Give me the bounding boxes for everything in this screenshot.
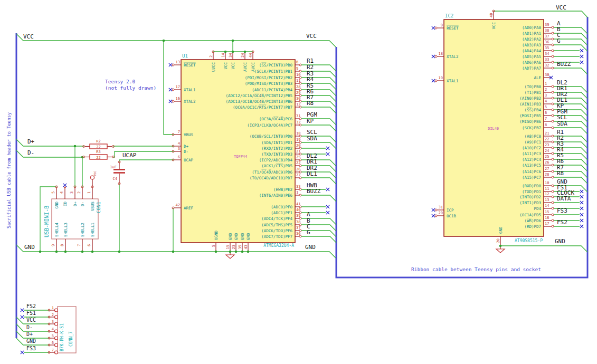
net-label[interactable]: FS3 [26, 346, 36, 351]
wire[interactable] [16, 150, 84, 157]
wire[interactable] [494, 11, 587, 17]
pin-terminal-dot [552, 170, 554, 173]
wire[interactable] [554, 68, 587, 74]
connector-reference[interactable]: CON1 [96, 202, 101, 213]
wire[interactable] [119, 160, 174, 162]
wire-junction-dot [241, 251, 244, 253]
pin-conn7-5[interactable]: 5 [49, 334, 58, 340]
net-label[interactable]: GND [305, 244, 316, 251]
resistor-reference[interactable]: R2 [96, 139, 100, 143]
net-label[interactable]: R8 [557, 170, 564, 177]
net-label[interactable]: D- [26, 324, 33, 330]
chip-reference[interactable]: U1 [182, 53, 188, 59]
capacitor-value[interactable]: 1uF [110, 165, 117, 169]
net-label[interactable]: FS3 [557, 207, 567, 214]
net-label[interactable]: VCC [556, 4, 566, 11]
chip-value[interactable]: AT90S8515-P [515, 238, 543, 243]
resistor-value[interactable]: 22 [96, 156, 100, 160]
wire[interactable] [16, 34, 336, 47]
chip-value[interactable]: ATMEGA32U4-A [263, 243, 294, 248]
vcc-symbol-label[interactable]: VCC [93, 171, 97, 176]
pin-conn7-4[interactable]: 4 [49, 327, 58, 333]
net-label[interactable]: DATA [557, 195, 571, 202]
wire[interactable] [500, 246, 587, 252]
pin-name: SHELL4 [54, 222, 59, 237]
connector-reference[interactable]: CONN_7 [69, 331, 73, 347]
schematic-svg[interactable]: U1ATMEGA32U4-ATQFP448(S̅S̅/PCINT0)PB0R19… [0, 0, 597, 364]
annotation-text[interactable]: (not fully drawn) [105, 85, 156, 91]
wire[interactable] [164, 41, 174, 135]
component-u1[interactable]: U1ATMEGA32U4-ATQFP448(S̅S̅/PCINT0)PB0R19… [169, 52, 336, 252]
net-label[interactable]: D+ [27, 138, 35, 145]
pin-number: 28 [296, 85, 300, 89]
pin-name: (S̅S̅/PCINT0)PB0 [259, 62, 293, 67]
chip-reference[interactable]: IC2 [445, 13, 453, 18]
annotation-text[interactable]: Sacrificial USB cable from header to Tee… [6, 112, 12, 228]
pin-name: D+ [73, 202, 78, 207]
pin-terminal-dot [552, 225, 554, 227]
net-label[interactable]: FS1 [26, 310, 36, 316]
capacitor-reference[interactable]: C4 [113, 177, 117, 181]
connector-value[interactable]: USB-MINI-B [44, 206, 50, 237]
pin-terminal-dot [552, 127, 554, 129]
net-label[interactable]: D+ [26, 331, 33, 337]
component-r2[interactable]: R222 [84, 139, 112, 149]
wire[interactable] [16, 139, 84, 146]
connector-value[interactable]: B7K-PH-K-S1 [60, 323, 64, 351]
pin-number: 34 [229, 53, 233, 58]
wire[interactable] [301, 142, 336, 149]
chip-package[interactable]: TQFP44 [234, 155, 247, 159]
pin-number: 7 [545, 117, 547, 121]
pin-number: 19 [296, 138, 300, 142]
net-label[interactable]: GND [555, 238, 565, 245]
pin-number: 43 [244, 245, 248, 249]
pin-conn7-1[interactable]: 1 [49, 306, 58, 312]
pin-conn7-3[interactable]: 3 [49, 320, 58, 326]
net-label[interactable]: SDA [307, 135, 317, 142]
net-label[interactable]: SDA [557, 120, 567, 127]
pin-number: 9 [441, 23, 443, 27]
net-label[interactable]: KP [307, 118, 314, 124]
pin-name: (A12)PC4 [522, 157, 542, 162]
pin-terminal-dot [172, 64, 174, 66]
net-label[interactable]: FS2 [26, 303, 36, 309]
net-label[interactable]: GND [24, 244, 35, 251]
vcc-power-symbol[interactable]: VCC [91, 171, 97, 187]
pin-conn7-2[interactable]: 2 [49, 313, 58, 319]
pin-conn7-6[interactable]: 6 [49, 341, 58, 347]
pin-terminal-dot [552, 141, 554, 143]
net-label[interactable]: D- [27, 149, 34, 156]
net-label[interactable]: BUZZ [557, 61, 571, 68]
net-label[interactable]: R8 [307, 100, 314, 107]
net-label[interactable]: VCC [26, 317, 36, 323]
pin-terminal-dot [552, 196, 554, 198]
net-label[interactable]: GND [26, 338, 36, 344]
annotation-text[interactable]: Ribbon cable between Teensy pins and soc… [411, 266, 541, 272]
net-label[interactable]: BUZZ [307, 188, 321, 195]
wire[interactable] [301, 195, 336, 202]
component-c4[interactable]: 1uFC4 [110, 162, 125, 184]
net-label[interactable]: UCAP [122, 152, 137, 159]
component-r3[interactable]: R322 [84, 150, 112, 160]
resistor-reference[interactable]: R3 [96, 150, 100, 154]
net-label[interactable]: VCC [23, 33, 34, 40]
component-con1[interactable]: CON1USB-MINI-B5GND4ID3D+2D-1VBUS9SHELL48… [44, 186, 101, 252]
component-conn7[interactable]: CONN_7B7K-PH-K-S11234567 [49, 306, 76, 355]
pin-name: VCC [231, 62, 235, 70]
net-label[interactable]: G [557, 37, 561, 44]
annotation-text[interactable]: Teensy 2.0 [105, 79, 135, 84]
wire[interactable] [301, 236, 336, 243]
component-ic2[interactable]: IC2AT90S8515-PDIL4039(AD0)PA0A38(AD1)PA1… [432, 11, 587, 246]
net-label[interactable]: G [307, 229, 310, 236]
net-label[interactable]: FS2 [557, 219, 567, 226]
resistor-value[interactable]: 22 [96, 145, 100, 149]
chip-package[interactable]: DIL40 [488, 127, 499, 131]
schematic-canvas[interactable]: U1ATMEGA32U4-ATQFP448(S̅S̅/PCINT0)PB0R19… [0, 0, 597, 364]
pin-number: 1 [296, 190, 298, 195]
pin-name: (TXD)PD1 [522, 189, 541, 194]
pin-terminal-dot [299, 70, 301, 72]
wire-junction-dot [499, 245, 502, 247]
net-label[interactable]: VCC [306, 33, 317, 40]
pin-conn7-7[interactable]: 7 [49, 348, 58, 355]
net-label[interactable]: DL1 [307, 170, 317, 177]
